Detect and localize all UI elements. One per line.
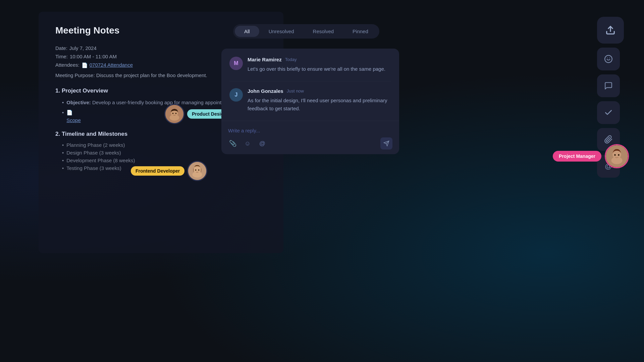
date-value: July 7, 2024 [69,45,97,51]
comment-john: J John Gonzales Just now As for the init… [229,88,391,113]
attach-button[interactable]: 📎 [228,139,237,148]
purpose-label: Meeting Purpose: [55,72,95,78]
marie-time: Today [285,57,297,62]
tab-pinned[interactable]: Pinned [343,26,378,37]
project-manager-badge: Project Manager [553,151,601,162]
tab-all[interactable]: All [235,26,259,37]
attendees-link[interactable]: 070724 Attendance [90,62,133,68]
time-label: Time: [55,54,68,59]
upload-button[interactable] [597,17,624,44]
time-value: 10:00 AM - 11:00 AM [70,54,117,59]
svg-point-20 [618,154,620,156]
resolve-sidebar-button[interactable] [597,101,620,124]
marie-author: Marie Ramirez [248,57,282,62]
comment-list: M Marie Ramirez Today Let's go over this… [221,49,399,113]
svg-point-4 [175,113,177,114]
comment-sidebar-button[interactable] [597,74,620,97]
emoji-button[interactable]: ☺ [243,139,252,148]
tab-unresolved[interactable]: Unresolved [259,26,304,37]
john-text: As for the initial design, I'll need use… [248,97,391,113]
emoji-sidebar-button[interactable] [597,48,620,70]
svg-point-19 [614,154,616,156]
reply-tools: 📎 ☺ @ [228,139,267,148]
reply-toolbar: 📎 ☺ @ [228,137,392,149]
frontend-developer-overlay: Frontend Developer [131,161,207,181]
svg-point-9 [198,170,200,171]
scope-link[interactable]: Scope [66,117,81,124]
reply-input[interactable] [228,126,392,137]
marie-text: Let's go over this briefly to ensure we'… [248,65,391,73]
mention-button[interactable]: @ [258,139,267,148]
comment-marie: M Marie Ramirez Today Let's go over this… [229,57,391,73]
frontend-developer-avatar [187,161,207,181]
reply-area: 📎 ☺ @ [221,121,399,154]
date-label: Date: [55,45,67,51]
john-comment-content: John Gonzales Just now As for the initia… [248,88,391,113]
svg-point-8 [195,170,197,171]
scope-file-icon: 📄 [66,110,73,115]
attendees-label: Attendees: [55,62,79,68]
marie-avatar: M [229,57,243,70]
svg-point-3 [172,113,174,114]
tab-resolved[interactable]: Resolved [304,26,343,37]
file-icon: 📄 [82,62,87,68]
john-time: Just now [287,88,304,94]
john-avatar: J [229,88,243,102]
filter-tabs-container: All Unresolved Resolved Pinned [233,24,379,39]
project-manager-overlay: Project Manager [553,144,629,168]
svg-point-13 [605,55,612,63]
marie-comment-content: Marie Ramirez Today Let's go over this b… [248,57,391,73]
comment-divider [229,81,391,81]
marie-comment-header: Marie Ramirez Today [248,57,391,62]
product-designer-avatar [164,104,184,124]
project-manager-avatar [605,144,629,168]
purpose-text: Discuss the project plan for the Boo dev… [96,72,207,78]
john-author: John Gonzales [248,88,283,94]
comments-panel: M Marie Ramirez Today Let's go over this… [221,49,399,154]
send-button[interactable] [380,137,392,149]
frontend-developer-badge: Frontend Developer [131,166,184,176]
john-comment-header: John Gonzales Just now [248,88,391,94]
